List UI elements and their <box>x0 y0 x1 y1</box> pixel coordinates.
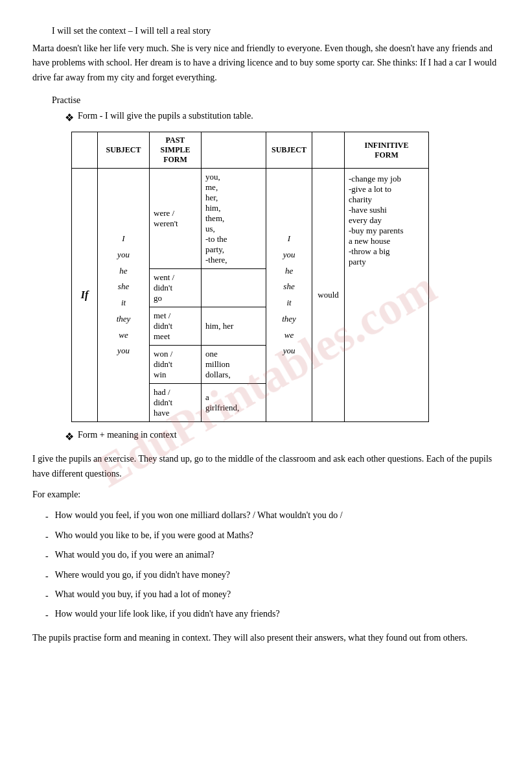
question-text-3: What would you do, if you were an animal… <box>55 548 214 562</box>
subject1-cell: Iyouhesheittheyweyou <box>98 169 150 422</box>
substitution-table: SUBJECT PASTSIMPLEFORM SUBJECT INFINITIV… <box>71 132 429 422</box>
if-cell: If <box>72 169 98 422</box>
for-example-label: For example: <box>32 488 500 502</box>
object-row1: you,me,her,him,them,us,-to theparty,-the… <box>202 169 266 269</box>
numbered-item-2: Practise <box>52 95 500 106</box>
header-would <box>312 132 345 169</box>
numbered-item-1: I will set the context – I will tell a r… <box>52 26 500 36</box>
dash-6: - <box>45 608 49 622</box>
question-text-5: What would you buy, if you had a lot of … <box>55 587 231 602</box>
header-empty <box>72 132 98 169</box>
dash-2: - <box>45 530 49 544</box>
header-object <box>202 132 266 169</box>
item1-text: I will set the context – I will tell a r… <box>52 26 211 36</box>
bullet-symbol-1: ❖ <box>65 112 74 124</box>
question-item-3: - What would you do, if you were an anim… <box>45 548 500 563</box>
table-row-1: If Iyouhesheittheyweyou were /weren't yo… <box>72 169 429 269</box>
question-item-1: - How would you feel, if you won one mil… <box>45 508 500 524</box>
dash-1: - <box>45 510 49 524</box>
context-paragraph: I give the pupils an exercise. They stan… <box>32 452 500 481</box>
past-row4: won /didn'twin <box>150 346 202 384</box>
bullet-item-meaning: ❖ Form + meaning in context <box>65 430 500 443</box>
substitution-table-wrapper: SUBJECT PASTSIMPLEFORM SUBJECT INFINITIV… <box>71 132 500 422</box>
object-row5: agirlfriend, <box>202 384 266 422</box>
item2-text: Practise <box>52 95 80 105</box>
questions-list: - How would you feel, if you won one mil… <box>45 508 500 622</box>
subject2-cell: Iyouhesheittheyweyou <box>266 169 312 422</box>
question-text-6: How would your life look like, if you di… <box>55 607 280 621</box>
bullet-text-2: Form + meaning in context <box>78 430 177 440</box>
question-item-4: - Where would you go, if you didn't have… <box>45 568 500 584</box>
bullet-item-form: ❖ Form - I will give the pupils a substi… <box>65 111 500 124</box>
header-past-simple: PASTSIMPLEFORM <box>150 132 202 169</box>
past-row2: went /didn'tgo <box>150 269 202 307</box>
dash-3: - <box>45 549 49 563</box>
past-row1: were /weren't <box>150 169 202 269</box>
bullet-text-1: Form - I will give the pupils a substitu… <box>78 111 253 121</box>
header-subject2: SUBJECT <box>266 132 312 169</box>
infinitive-cell: -change my job-give a lot tocharity-have… <box>345 169 429 422</box>
past-row5: had /didn'thave <box>150 384 202 422</box>
dash-5: - <box>45 589 49 603</box>
question-text-2: Who would you like to be, if you were go… <box>55 528 253 543</box>
question-text-4: Where would you go, if you didn't have m… <box>55 568 230 582</box>
question-item-6: - How would your life look like, if you … <box>45 607 500 622</box>
question-text-1: How would you feel, if you won one milli… <box>55 508 343 523</box>
dash-4: - <box>45 569 49 584</box>
bullet-symbol-2: ❖ <box>65 431 74 443</box>
header-subject1: SUBJECT <box>98 132 150 169</box>
final-paragraph: The pupils practise form and meaning in … <box>32 631 500 645</box>
question-item-5: - What would you buy, if you had a lot o… <box>45 587 500 603</box>
past-row3: met /didn'tmeet <box>150 307 202 346</box>
context-section: I give the pupils an exercise. They stan… <box>32 452 500 645</box>
question-item-2: - Who would you like to be, if you were … <box>45 528 500 544</box>
header-infinitive: INFINITIVEFORM <box>345 132 429 169</box>
object-row2 <box>202 269 266 307</box>
object-row4: onemilliondollars, <box>202 346 266 384</box>
object-row3: him, her <box>202 307 266 346</box>
would-cell: would <box>312 169 345 422</box>
intro-paragraph: Marta doesn't like her life very much. S… <box>32 41 500 85</box>
